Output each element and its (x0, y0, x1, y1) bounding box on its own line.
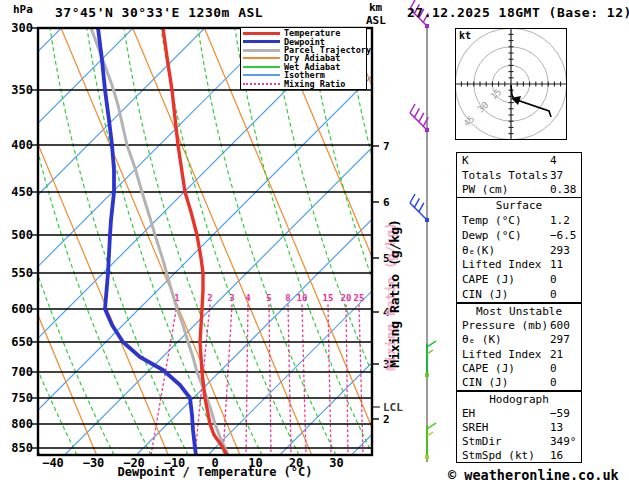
branding-label: © weatheronline.co.uk (448, 469, 619, 483)
mixing-ratio-label: 25 (349, 294, 369, 303)
legend-line-sample (243, 83, 280, 85)
stats-row: θₑ(K)293 (457, 243, 581, 258)
stats-row: EH−59 (457, 406, 581, 420)
stats-label: CIN (J) (457, 376, 508, 389)
wind-barb (410, 194, 429, 222)
stats-box: K4Totals Totals37PW (cm)0.38SurfaceTemp … (456, 152, 582, 303)
legend-line-sample (243, 74, 280, 76)
wind-barb (425, 423, 436, 459)
legend-line-sample (243, 57, 280, 59)
pressure-tick-label: 500 (0, 229, 33, 241)
stats-row: CAPE (J)0 (457, 361, 581, 375)
pressure-tick-label: 600 (0, 303, 33, 315)
pressure-tick-label: 550 (0, 267, 33, 279)
stats-label: θₑ (K) (457, 333, 502, 346)
pressure-tick-label: 800 (0, 418, 33, 430)
lcl-label: LCL (383, 402, 403, 413)
stats-value: 0.38 (550, 183, 577, 196)
stats-label: StmSpd (kt) (457, 449, 535, 462)
pressure-unit-label: hPa (13, 4, 33, 15)
stats-label: Lifted Index (457, 258, 541, 271)
stats-value: 0 (550, 288, 557, 301)
stats-label: K (457, 154, 469, 167)
stats-row: StmDir349° (457, 434, 581, 448)
stats-section-title: Hodograph (457, 392, 581, 406)
mixing-ratio-label: 5 (259, 294, 279, 303)
legend-item-label: Mixing Ratio (284, 79, 345, 89)
stats-row: θₑ (K)297 (457, 333, 581, 347)
x-axis-title: Dewpoint / Temperature (°C) (105, 466, 325, 478)
stats-value: 37 (550, 169, 563, 182)
hodograph-unit-label: kt (459, 31, 471, 41)
skewt-sounding-page: hPa 37°45'N 30°33'E 1230m ASL km ASL 27.… (0, 0, 629, 486)
stats-row: SREH13 (457, 420, 581, 434)
stats-row: Temp (°C)1.2 (457, 213, 581, 228)
stats-row: Lifted Index11 (457, 258, 581, 273)
stats-label: θₑ(K) (457, 244, 495, 257)
mixing-ratio-label: 2 (200, 294, 220, 303)
stats-label: Pressure (mb) (457, 319, 548, 332)
mixing-ratio-label: 1 (167, 294, 187, 303)
wind-barb-staff (410, 0, 436, 462)
legend-box: TemperatureDewpointParcel TrajectoryDry … (240, 27, 367, 90)
stats-section-title: Most Unstable (457, 304, 581, 318)
stats-value: 0 (550, 273, 557, 286)
mixing-ratio-label: 15 (318, 294, 338, 303)
stats-value: 1.2 (550, 214, 570, 227)
stats-label: Totals Totals (457, 169, 548, 182)
stats-row: K4 (457, 153, 581, 168)
km-tick-label: 2 (383, 414, 390, 425)
datetime-label: 27.12.2025 18GMT (Base: 12) (407, 6, 629, 19)
stats-label: CIN (J) (457, 288, 508, 301)
stats-box: Most UnstablePressure (mb)600θₑ (K)297Li… (456, 303, 582, 391)
legend-line-sample (243, 32, 280, 35)
stats-label: SREH (457, 421, 489, 434)
stats-label: PW (cm) (457, 183, 508, 196)
pressure-tick-label: 300 (0, 22, 33, 34)
stats-section-title: Surface (457, 198, 581, 213)
stats-value: 11 (550, 258, 563, 271)
legend-line-sample (243, 49, 280, 52)
stats-value: 4 (550, 154, 557, 167)
temperature-tick-label: −40 (33, 457, 73, 469)
stats-value: 0 (550, 376, 557, 389)
legend-item: Mixing Ratio (243, 80, 364, 88)
pressure-tick-label: 450 (0, 186, 33, 198)
mixing-ratio-axis-label: Mixing Ratio (g/kg) (388, 214, 401, 374)
mixing-ratio-label: 10 (292, 294, 312, 303)
stats-value: 21 (550, 348, 563, 361)
stats-row: Pressure (mb)600 (457, 318, 581, 332)
wind-barb (410, 104, 429, 132)
stats-row: Lifted Index21 (457, 347, 581, 361)
legend-line-sample (243, 40, 280, 43)
stats-label: Lifted Index (457, 348, 541, 361)
stats-row: StmSpd (kt)16 (457, 448, 581, 462)
km-tick-label: 6 (383, 197, 390, 208)
stats-row: Dewp (°C)−6.5 (457, 228, 581, 243)
stats-label: CAPE (J) (457, 273, 515, 286)
stats-value: 16 (550, 449, 563, 462)
stats-value: 600 (550, 319, 570, 332)
stats-label: CAPE (J) (457, 362, 515, 375)
stats-row: Totals Totals37 (457, 168, 581, 183)
stats-row: CIN (J)0 (457, 376, 581, 390)
stats-label: EH (457, 407, 475, 420)
km-tick-label: 7 (383, 141, 390, 152)
stats-value: 13 (550, 421, 563, 434)
stats-label: Temp (°C) (457, 214, 522, 227)
altitude-unit-asl-label: ASL (366, 15, 386, 26)
pressure-tick-label: 400 (0, 139, 33, 151)
stats-value: 293 (550, 244, 570, 257)
stats-value: 349° (550, 435, 577, 448)
stats-label: Dewp (°C) (457, 229, 522, 242)
page-title: 37°45'N 30°33'E 1230m ASL (55, 6, 263, 19)
stats-value: 0 (550, 362, 557, 375)
pressure-tick-label: 350 (0, 84, 33, 96)
wind-barb (425, 341, 436, 377)
stats-row: CAPE (J)0 (457, 272, 581, 287)
stats-label: StmDir (457, 435, 502, 448)
pressure-tick-label: 650 (0, 336, 33, 348)
mixing-ratio-label: 4 (238, 294, 258, 303)
pressure-tick-label: 750 (0, 392, 33, 404)
stats-row: PW (cm)0.38 (457, 183, 581, 198)
